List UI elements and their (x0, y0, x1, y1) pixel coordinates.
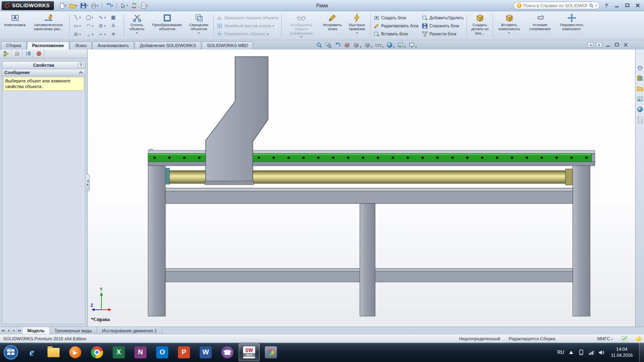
propertymanager-tab[interactable] (12, 49, 23, 58)
search-icon[interactable] (589, 3, 594, 8)
taskbar-media-player[interactable]: ▶ (65, 343, 86, 361)
convert-entities-button[interactable]: Преобразование объектов (149, 12, 186, 39)
taskbar-onenote[interactable]: N (130, 343, 151, 361)
text-tool[interactable]: A (109, 22, 122, 30)
circle-tool[interactable]: ◯ (84, 13, 97, 22)
model-leg-left[interactable] (148, 163, 165, 316)
close-button[interactable] (635, 2, 641, 8)
language-indicator[interactable]: RU (557, 350, 564, 355)
edit-appearance-button[interactable] (386, 42, 395, 48)
fillet-tool[interactable]: ◞ (84, 30, 97, 39)
zoom-fit-button[interactable] (316, 42, 322, 48)
taskbar-paint[interactable] (260, 343, 281, 361)
resource-monitor-icon[interactable] (636, 336, 641, 341)
make-block-button[interactable]: Создать блок (372, 14, 420, 22)
model-rail-end-cap[interactable] (592, 154, 595, 162)
featuremanager-tab[interactable] (1, 49, 12, 58)
model-leg-right[interactable] (573, 163, 590, 316)
solidworks-resources-tab[interactable] (636, 64, 644, 71)
mirror-entities-button[interactable]: Зеркально отразить объекты (215, 14, 280, 22)
volume-icon[interactable] (599, 350, 605, 356)
doc-close-button[interactable] (623, 42, 629, 47)
line-tool[interactable]: ╲ (72, 13, 84, 22)
view-settings-button[interactable] (409, 42, 417, 48)
model-leg-middle[interactable] (360, 204, 375, 316)
model-shaft-bracket[interactable] (166, 168, 169, 184)
previous-view-button[interactable] (334, 42, 341, 48)
new-document-button[interactable] (58, 2, 68, 9)
taskbar-solidworks[interactable]: SW 2015 (239, 343, 260, 361)
rebuild-button[interactable] (130, 2, 138, 9)
taskbar-word[interactable]: W (195, 343, 216, 361)
select-button[interactable] (119, 2, 129, 9)
network-icon[interactable] (588, 350, 594, 356)
tabs-scroll-left-button[interactable] (6, 327, 11, 334)
open-button[interactable] (68, 2, 78, 9)
file-properties-button[interactable] (139, 2, 149, 9)
arc-tool[interactable]: ◠ (84, 22, 97, 30)
graphics-area[interactable]: Y Z *Справа (88, 49, 635, 327)
view-palette-tab[interactable] (636, 95, 644, 103)
insert-components-button[interactable]: Вставить компоненты (494, 12, 524, 39)
hidden-icons-button[interactable] (568, 350, 574, 356)
status-check-icon[interactable] (621, 336, 627, 341)
appearances-tab[interactable] (33, 49, 44, 58)
appearances-scenes-tab[interactable] (636, 106, 644, 113)
tab-assembly[interactable]: Сборка (1, 41, 27, 49)
tabs-scroll-right-button[interactable] (11, 327, 17, 334)
mates-button[interactable]: Условия сопряжения (524, 12, 555, 39)
model-upper-beam-top-face[interactable] (165, 188, 573, 191)
maximize-button[interactable] (624, 2, 630, 8)
move-entities-button[interactable]: Переместить объекты (215, 30, 280, 38)
units-selector[interactable]: ММГС (597, 336, 613, 341)
taskbar-internet-explorer[interactable]: e (21, 343, 42, 361)
print-button[interactable] (90, 2, 99, 9)
edit-block-button[interactable]: Редактировать блок (372, 22, 420, 30)
linear-sketch-pattern-button[interactable]: Линейный массив эскиза (215, 22, 280, 30)
ellipse-tool[interactable]: ⊘ (97, 22, 109, 30)
section-view-button[interactable] (344, 42, 350, 48)
part-from-block-button[interactable]: Создать деталь из бло... (468, 12, 491, 39)
tabs-scroll-last-button[interactable] (17, 327, 23, 334)
nav-back-button[interactable] (587, 42, 593, 47)
chamfer-tool[interactable]: ⌐ (97, 30, 109, 39)
minimize-button[interactable] (614, 2, 620, 8)
point-tool[interactable]: ✳ (109, 30, 122, 39)
repair-sketch-button[interactable]: Исправить эскиз (320, 12, 345, 39)
autodimension-button[interactable]: Автоматическое нанесение раз... (29, 12, 68, 39)
3d-views-tab[interactable]: Трехмерные виды (50, 327, 97, 334)
trim-entities-button[interactable]: Отсечь объекты (125, 12, 149, 39)
model-column-base[interactable] (205, 181, 254, 185)
tab-layout[interactable]: Расположение (27, 41, 69, 49)
display-style-button[interactable] (364, 42, 373, 48)
help-search-box[interactable]: ? (514, 2, 600, 9)
model-shaft-end-block[interactable] (566, 169, 572, 185)
offset-entities-button[interactable]: Смещение объектов (186, 12, 212, 39)
configurationmanager-tab[interactable] (23, 49, 33, 58)
taskbar-excel[interactable]: X (108, 343, 129, 361)
search-scope-caret[interactable] (595, 4, 597, 7)
nav-forward-button[interactable] (596, 42, 602, 47)
show-desktop-button[interactable] (639, 343, 644, 362)
tab-sketch[interactable]: Эскиз (70, 41, 92, 49)
model-tab[interactable]: Модель (23, 327, 50, 334)
zoom-area-button[interactable] (325, 42, 332, 48)
apply-scene-button[interactable] (397, 42, 406, 48)
message-section-header[interactable]: Сообщение (2, 69, 85, 76)
panel-help-button[interactable]: ? (78, 62, 84, 68)
rectangle-tool[interactable]: ▭ (72, 22, 84, 30)
motion-study-tab[interactable]: Исследование движения 1 (97, 327, 162, 334)
view-orientation-button[interactable] (353, 42, 361, 48)
taskbar-clock[interactable]: 14:04 11.04.2016 (611, 346, 633, 358)
doc-minimize-button[interactable] (605, 42, 611, 47)
frame-model[interactable] (88, 49, 635, 327)
taskbar-chrome[interactable] (87, 343, 107, 361)
custom-properties-tab[interactable] (636, 116, 644, 123)
design-library-tab[interactable] (636, 74, 644, 82)
spline-tool[interactable]: ∿ (97, 13, 109, 22)
explode-block-button[interactable]: Разнести блок (420, 30, 465, 38)
taskbar-windows-explorer[interactable] (43, 343, 64, 361)
search-input[interactable] (523, 3, 587, 8)
layout-button[interactable]: Компоновка (1, 12, 29, 39)
convert-grid-tool[interactable]: ▦ (109, 13, 122, 22)
